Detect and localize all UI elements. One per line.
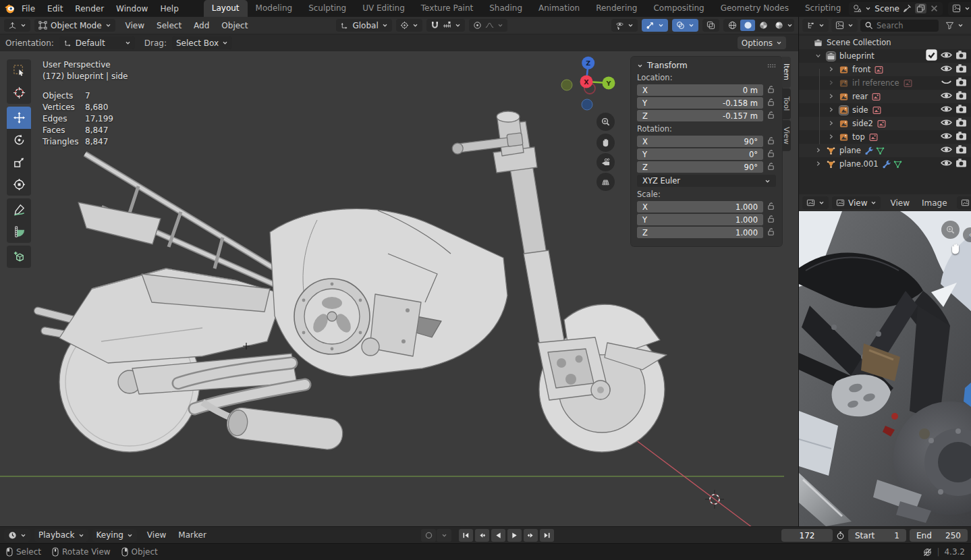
search-input[interactable] [877, 21, 924, 30]
rotate-tool[interactable] [7, 129, 31, 151]
disclosure-right-icon[interactable] [815, 159, 825, 169]
proportional-editing-toggle[interactable] [469, 19, 507, 32]
outliner-row-plane-001[interactable]: plane.001 [799, 157, 971, 171]
eye-icon[interactable] [940, 116, 953, 131]
disclosure-right-icon[interactable] [828, 78, 837, 88]
render-visibility-icon[interactable] [955, 103, 968, 117]
measure-tool[interactable] [7, 221, 31, 243]
next-keyframe-button[interactable] [524, 529, 538, 542]
workspace-tab-animation[interactable]: Animation [530, 0, 588, 17]
include-checkbox[interactable] [925, 49, 938, 63]
workspace-tab-uv-editing[interactable]: UV Editing [354, 0, 413, 17]
lock-icon[interactable] [767, 162, 776, 173]
outliner-filter-button[interactable] [941, 19, 968, 32]
outliner-search[interactable] [860, 20, 939, 32]
scale-y-field[interactable]: Y1.000 [637, 214, 763, 225]
render-visibility-icon[interactable] [955, 49, 968, 63]
editor-type-button[interactable] [4, 19, 30, 32]
workspace-tab-scripting[interactable]: Scripting [797, 0, 849, 17]
shading-wireframe-button[interactable] [725, 20, 740, 31]
eye-icon[interactable] [940, 103, 953, 117]
panel-grip-icon[interactable] [767, 61, 776, 70]
scale-tool[interactable] [7, 151, 31, 173]
outliner-row-front[interactable]: front [799, 63, 971, 76]
workspace-tab-geometry-nodes[interactable]: Geometry Nodes [713, 0, 797, 17]
lock-icon[interactable] [767, 202, 776, 213]
lock-icon[interactable] [767, 136, 776, 147]
show-object-types-dropdown[interactable] [611, 19, 638, 32]
outliner-row-side[interactable]: side [799, 103, 971, 117]
transform-tool[interactable] [7, 173, 31, 196]
rotation-x-field[interactable]: X90° [637, 136, 763, 147]
workspace-tab-rendering[interactable]: Rendering [588, 0, 645, 17]
viewlayer-selector[interactable]: ViewLayer [948, 2, 971, 16]
outliner-row-scene-collection[interactable]: Scene Collection [799, 36, 971, 49]
outliner-row-blueprint[interactable]: blueprint [799, 49, 971, 63]
viewport-menu-add[interactable]: Add [188, 21, 215, 30]
current-frame-field[interactable]: 172 [781, 529, 833, 542]
image-menu-image[interactable]: Image [916, 198, 953, 208]
eye-icon[interactable] [940, 49, 953, 63]
image-display-mode-dropdown[interactable]: View [832, 196, 881, 209]
disclosure-right-icon[interactable] [828, 119, 837, 128]
workspace-tab-texture-paint[interactable]: Texture Paint [413, 0, 481, 17]
orientation-setting-dropdown[interactable]: Default [59, 36, 135, 49]
shading-material-button[interactable] [756, 20, 771, 31]
collapse-chevron-icon[interactable] [637, 63, 643, 69]
tweak-select-tool[interactable] [7, 59, 31, 82]
outliner-row-side2[interactable]: side2 [799, 117, 971, 130]
workspace-tab-layout[interactable]: Layout [204, 0, 248, 17]
drag-setting-dropdown[interactable]: Select Box [172, 36, 232, 49]
eye-icon[interactable] [940, 157, 953, 171]
prev-keyframe-button[interactable] [475, 529, 489, 542]
lock-icon[interactable] [767, 215, 776, 225]
add-cube-tool[interactable] [7, 246, 31, 268]
options-dropdown[interactable]: Options [738, 36, 786, 49]
viewport-menu-object[interactable]: Object [215, 21, 254, 30]
render-visibility-icon[interactable] [955, 76, 968, 90]
disclosure-right-icon[interactable] [828, 92, 837, 101]
location-z-field[interactable]: Z-0.157 m [637, 110, 763, 121]
scale-z-field[interactable]: Z1.000 [637, 227, 763, 238]
eye-icon[interactable] [940, 89, 953, 104]
image-zoom-button[interactable] [941, 221, 960, 239]
auto-keying-toggle[interactable] [421, 529, 451, 542]
disclosure-right-icon[interactable] [828, 105, 837, 115]
image-menu-view[interactable]: View [884, 198, 915, 208]
outliner-row-irl-reference[interactable]: irl reference [799, 76, 971, 90]
timeline-editor-type-button[interactable] [4, 529, 30, 542]
timeline-menu-marker[interactable]: Marker [172, 530, 212, 540]
lock-icon[interactable] [767, 98, 776, 109]
menu-file[interactable]: File [16, 4, 41, 13]
eye-icon[interactable] [940, 130, 953, 144]
lock-icon[interactable] [767, 227, 776, 238]
rotation-y-field[interactable]: Y0° [637, 148, 763, 160]
new-scene-button[interactable] [915, 3, 926, 13]
play-forward-button[interactable] [507, 529, 522, 542]
render-visibility-icon[interactable] [955, 130, 968, 144]
eye-icon[interactable] [940, 62, 953, 77]
rotation-z-field[interactable]: Z90° [637, 161, 763, 173]
workspace-tab-modeling[interactable]: Modeling [248, 0, 301, 17]
viewport-menu-view[interactable]: View [119, 21, 150, 30]
image-editor-type-button[interactable] [802, 196, 829, 209]
move-tool[interactable] [7, 107, 31, 129]
cursor-tool[interactable] [7, 82, 31, 104]
eye-icon[interactable] [940, 143, 953, 158]
outliner-filter-id-type[interactable] [831, 19, 858, 32]
disclosure-right-icon[interactable] [828, 65, 837, 74]
transform-orientation-selector[interactable]: Global [336, 19, 391, 32]
render-visibility-icon[interactable] [955, 116, 968, 131]
snap-toggle[interactable] [426, 19, 465, 32]
disclosure-down-icon[interactable] [815, 51, 825, 61]
camera-view-button[interactable] [597, 153, 615, 171]
menu-window[interactable]: Window [110, 4, 154, 13]
rotation-mode-dropdown[interactable]: XYZ Euler [637, 175, 776, 187]
outliner-row-plane[interactable]: plane [799, 144, 971, 157]
zoom-button[interactable] [597, 113, 615, 131]
sidebar-tab-item[interactable]: Item [782, 57, 791, 88]
lock-icon[interactable] [767, 111, 776, 121]
start-frame-field[interactable]: Start 1 [848, 529, 906, 542]
pivot-point-selector[interactable] [396, 19, 422, 32]
location-y-field[interactable]: Y-0.158 m [637, 97, 763, 109]
